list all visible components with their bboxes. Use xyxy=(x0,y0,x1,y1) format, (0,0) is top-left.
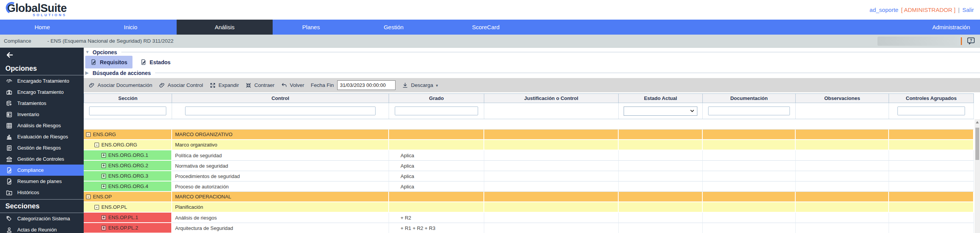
expand-toggle-icon[interactable]: + xyxy=(101,174,106,178)
seccion-cell: +ENS.ORG.ORG.4 xyxy=(84,181,172,192)
seccion-cell: +ENS.ORG.ORG.2 xyxy=(84,161,172,171)
sidebar: OpcionesEncargado TratamientoEncargo Tra… xyxy=(0,48,84,233)
vertical-scrollbar[interactable] xyxy=(975,119,980,233)
button-label: Asociar Control xyxy=(168,82,203,88)
collapse-toggle-icon[interactable]: - xyxy=(86,132,91,137)
document-edit-icon xyxy=(5,167,13,174)
table-row-ens-org-org: -ENS.ORG.ORGMarco organizativo xyxy=(84,140,974,150)
sidebar-item-hist-ricos[interactable]: Históricos xyxy=(0,187,84,198)
document-lines-icon xyxy=(5,145,13,151)
sidebar-item-gesti-n-de-riesgos[interactable]: Gestión de Riesgos xyxy=(0,142,84,153)
grado-cell xyxy=(389,140,484,150)
nav-tab-gesti-n[interactable]: Gestión xyxy=(349,20,438,35)
expand-toggle-icon[interactable]: + xyxy=(101,163,106,168)
sidebar-item-compliance[interactable]: Compliance xyxy=(0,165,84,176)
nav-tab-inicio[interactable]: Inicio xyxy=(84,20,177,35)
estado-actual-cell xyxy=(619,171,703,181)
collapse-triangle-icon[interactable] xyxy=(85,50,90,54)
expand-toggle-icon[interactable]: + xyxy=(101,184,106,189)
observaciones-cell xyxy=(796,192,889,202)
control-cell: Proceso de autorización xyxy=(172,181,389,192)
filter-input-grado[interactable] xyxy=(395,107,478,115)
contraer-button[interactable]: Contraer xyxy=(245,82,275,88)
nav-tab-administracion[interactable]: Administración xyxy=(922,20,980,35)
sidebar-item-encargo-tratamiento[interactable]: Encargo Tratamiento xyxy=(0,87,84,98)
scroll-up-button[interactable] xyxy=(975,119,980,125)
controles-agrupados-cell xyxy=(889,140,974,150)
expand-icon xyxy=(210,82,216,88)
seccion-code: ENS.OP.PL.2 xyxy=(108,225,138,231)
volver-button[interactable]: Volver xyxy=(281,82,305,88)
table-row-ens-org: -ENS.ORGMARCO ORGANIZATIVO xyxy=(84,130,974,140)
collapse-toggle-icon[interactable]: - xyxy=(86,195,91,199)
divider-rule xyxy=(155,73,980,73)
sidebar-item-encargado-tratamiento[interactable]: Encargado Tratamiento xyxy=(0,75,84,87)
justificacion-cell xyxy=(484,192,619,202)
seccion-code: ENS.ORG.ORG.4 xyxy=(108,183,148,189)
expand-toggle-icon[interactable]: + xyxy=(101,215,106,220)
control-cell: MARCO ORGANIZATIVO xyxy=(172,130,389,140)
expand-triangle-icon[interactable] xyxy=(85,71,90,75)
justificacion-cell xyxy=(484,213,619,223)
nav-tab-scorecard[interactable]: ScoreCard xyxy=(438,20,534,35)
controles-agrupados-cell xyxy=(889,181,974,192)
sidebar-item-categorizaci-n-sistema[interactable]: Categorización Sistema xyxy=(0,213,84,224)
opciones-panel-header: Opciones xyxy=(85,49,980,55)
asociar-documentaci-n-button[interactable]: Asociar Documentación xyxy=(89,82,152,88)
controles-agrupados-cell xyxy=(889,130,974,140)
expand-toggle-icon[interactable]: + xyxy=(101,153,106,158)
filter-input-control[interactable] xyxy=(185,107,376,115)
panel-title: Búsqueda de acciones xyxy=(93,70,151,76)
filter-input-documentaci-n[interactable] xyxy=(708,107,790,115)
fecha-fin-input[interactable] xyxy=(337,80,396,90)
person-icon xyxy=(5,226,13,233)
asociar-control-button[interactable]: Asociar Control xyxy=(159,82,203,88)
expand-toggle-icon[interactable]: + xyxy=(101,226,106,230)
table-toolbar: Asociar DocumentaciónAsociar ControlExpa… xyxy=(84,78,980,92)
sidebar-item-resumen-de-planes[interactable]: Resumen de planes xyxy=(0,176,84,187)
filter-input-secci-n[interactable] xyxy=(89,107,167,115)
logout-link[interactable]: Salir xyxy=(962,7,974,13)
sidebar-item-label: Actas de Reunión xyxy=(17,227,57,233)
filter-select-estado-actual[interactable] xyxy=(624,107,697,116)
sidebar-item-actas-de-reuni-n[interactable]: Actas de Reunión xyxy=(0,224,84,233)
documentacion-cell xyxy=(703,192,796,202)
descarga-button[interactable]: Descarga xyxy=(402,82,438,88)
help-icon[interactable]: ? xyxy=(966,37,976,45)
tab-estados[interactable]: Estados xyxy=(135,56,175,68)
documentacion-cell xyxy=(703,150,796,161)
control-cell: Procedimientos de seguridad xyxy=(172,171,389,181)
nav-tab-home[interactable]: Home xyxy=(0,20,84,35)
filter-input-controles-agrupados[interactable] xyxy=(897,107,965,115)
sidebar-item-inventario[interactable]: Inventario xyxy=(0,109,84,120)
seccion-cell: -ENS.OP.PL xyxy=(84,202,172,213)
controles-agrupados-cell xyxy=(889,150,974,161)
tab-label: Requisitos xyxy=(100,59,127,65)
controles-agrupados-cell xyxy=(889,202,974,213)
fecha-fin-group: Fecha Fin xyxy=(311,80,396,90)
sidebar-item-evaluaci-n-de-riesgos[interactable]: Evaluación de Riesgos xyxy=(0,131,84,142)
seccion-cell: +ENS.ORG.ORG.1 xyxy=(84,150,172,161)
control-cell: Normativa de seguridad xyxy=(172,161,389,171)
sidebar-item-tratamientos[interactable]: Tratamientos xyxy=(0,98,84,109)
sidebar-item-label: Inventario xyxy=(17,112,39,117)
expandir-button[interactable]: Expandir xyxy=(210,82,239,88)
nav-tab-planes[interactable]: Planes xyxy=(273,20,349,35)
globalsuite-logo: GlobalSuite SOLUTIONS xyxy=(6,3,67,17)
sidebar-item-label: Compliance xyxy=(17,167,44,173)
sidebar-item-gesti-n-de-controles[interactable]: Gestión de Controles xyxy=(0,153,84,165)
collapse-toggle-icon[interactable]: - xyxy=(94,143,99,147)
briefcase-user-icon xyxy=(5,89,13,96)
seccion-cell: +ENS.OP.PL.1 xyxy=(84,213,172,223)
tab-requisitos[interactable]: Requisitos xyxy=(85,56,132,68)
document-edit-icon xyxy=(5,178,13,185)
collapse-toggle-icon[interactable]: - xyxy=(94,205,99,210)
nav-tab-an-lisis[interactable]: Análisis xyxy=(177,20,273,35)
scrollbar-thumb[interactable] xyxy=(975,128,979,160)
breadcrumb-section: Compliance xyxy=(4,38,31,44)
toolbar-search-box[interactable] xyxy=(877,37,957,46)
column-header-estado-actual: Estado Actual xyxy=(619,93,703,103)
sidebar-item-an-lisis-de-riesgos[interactable]: Análisis de Riesgos xyxy=(0,120,84,131)
grado-cell: Aplica xyxy=(389,161,484,171)
back-button[interactable] xyxy=(0,48,17,62)
